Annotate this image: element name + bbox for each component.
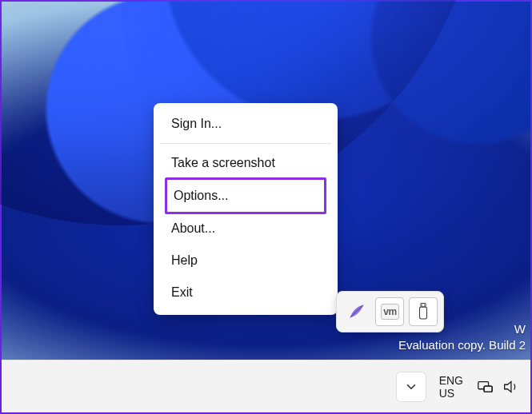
desktop-region: Sign In... Take a screenshot Options... … [0, 0, 532, 414]
volume-icon [502, 378, 519, 396]
taskbar: ENG US [2, 360, 530, 412]
tray-overflow-button[interactable] [396, 372, 426, 402]
network-icon [476, 378, 494, 396]
menu-options[interactable]: Options... [167, 180, 324, 212]
tray-app-context-menu: Sign In... Take a screenshot Options... … [154, 103, 338, 315]
menu-sign-in[interactable]: Sign In... [154, 108, 338, 140]
svg-rect-5 [484, 386, 492, 392]
language-line1: ENG [439, 374, 463, 387]
menu-separator [160, 143, 331, 144]
system-tray-icons[interactable] [471, 368, 524, 406]
vm-badge: vm [381, 304, 398, 320]
menu-about[interactable]: About... [154, 213, 338, 245]
vmware-tools-icon[interactable]: vm [375, 297, 404, 326]
app-feather-icon[interactable] [342, 297, 371, 326]
menu-help[interactable]: Help [154, 245, 338, 277]
taskbar-tray: ENG US [396, 368, 524, 406]
chevron-down-icon [404, 380, 418, 394]
menu-exit[interactable]: Exit [154, 277, 338, 309]
svg-rect-0 [421, 304, 426, 308]
language-line2: US [439, 387, 454, 400]
language-indicator[interactable]: ENG US [431, 368, 471, 406]
svg-rect-1 [420, 307, 427, 319]
tray-overflow-popup: vm [336, 291, 444, 332]
annotation-highlight: Options... [165, 177, 326, 214]
menu-take-screenshot[interactable]: Take a screenshot [154, 147, 338, 179]
usb-device-icon[interactable] [409, 297, 438, 326]
